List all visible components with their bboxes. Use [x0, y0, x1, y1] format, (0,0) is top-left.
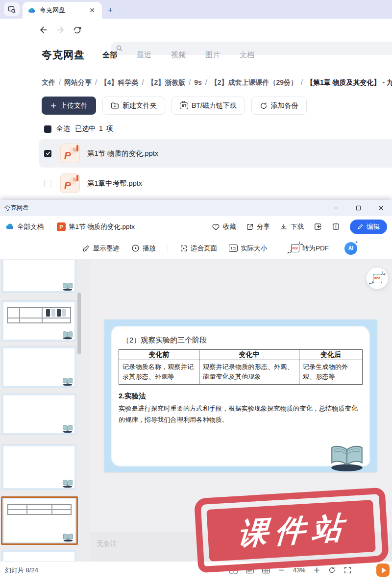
viewer-toolbar: 显示墨迹 播放 适合页面 1:1 实际大小 PDF 转为PDF AI	[0, 237, 392, 260]
bt-magnet-download-button[interactable]: BT BT/磁力链下载	[172, 97, 245, 115]
all-docs-link[interactable]: 全部文档	[17, 222, 44, 231]
show-ink-button[interactable]: 显示墨迹	[82, 244, 120, 253]
zoom-in-icon[interactable]	[314, 567, 320, 573]
slide-thumbnail[interactable]	[1, 260, 76, 293]
download-button[interactable]: 下载	[280, 222, 304, 231]
file-name[interactable]: 第1节 物质的变化.pptx	[87, 149, 158, 158]
slide-thumbnail-selected[interactable]	[1, 496, 78, 545]
tab-recent[interactable]: 最近	[137, 50, 151, 60]
favorite-button[interactable]: 收藏	[212, 222, 236, 231]
save-to-drive-button[interactable]	[314, 222, 322, 231]
file-row[interactable]: P 第1节 物质的变化.pptx	[39, 139, 392, 168]
file-name[interactable]: 第1章中考帮.pptx	[87, 179, 142, 188]
table-cell: 记录生成物的外观、形态等	[299, 360, 362, 385]
tab-image[interactable]: 图片	[205, 50, 220, 60]
slideshow-play-button[interactable]	[376, 564, 390, 577]
edit-button[interactable]: 编辑	[350, 220, 387, 234]
drive-nav-tabs: 全部 最近 视频 图片 文档	[102, 50, 254, 60]
slide-thumbnail[interactable]	[1, 393, 76, 435]
ai-assistant-button[interactable]: AI	[344, 242, 357, 255]
fullscreen-icon[interactable]	[344, 566, 351, 574]
drive-title: 夸克网盘	[42, 48, 85, 62]
maximize-button[interactable]	[347, 200, 369, 216]
download-icon	[280, 223, 288, 231]
plus-icon	[50, 102, 57, 109]
tab-doc[interactable]: 文档	[240, 50, 254, 60]
breadcrumb: 文件/网站分享/【4】科学类/【2】浙教版/9s/【2】成套上课课件（29份）/…	[42, 78, 392, 87]
slide-thumbnail[interactable]	[1, 346, 76, 388]
book-icon	[62, 282, 74, 291]
rotate-icon[interactable]	[328, 566, 336, 574]
slide-title: （2）观察实验的三个阶段	[122, 336, 363, 345]
slide-table: 变化前 变化中 变化后 记录物质名称，观察并记录其形态、外观等 观察并记录物质的…	[119, 349, 363, 385]
breadcrumb-item[interactable]: 网站分享	[64, 78, 92, 86]
slide-thumbnail[interactable]	[1, 550, 76, 561]
feedback-icon	[332, 222, 340, 231]
slide-subtitle: 2.实验法	[119, 392, 363, 401]
browser-tab[interactable]: 夸克网盘 ✕	[23, 2, 102, 19]
actual-size-button[interactable]: 1:1 实际大小	[229, 244, 267, 253]
file-checkbox[interactable]	[44, 180, 51, 187]
slide-thumbnail[interactable]	[1, 300, 76, 342]
new-folder-button[interactable]: 新建文件夹	[102, 97, 165, 115]
quark-logo-icon	[5, 222, 14, 231]
kejianzhan-stamp-watermark: 课件站	[194, 488, 389, 573]
ink-pen-icon	[82, 245, 90, 252]
new-tab-button[interactable]: +	[104, 4, 117, 17]
viewer-title-bar: 夸克网盘	[0, 200, 392, 216]
minimize-button[interactable]	[324, 200, 347, 216]
select-all-checkbox[interactable]	[44, 125, 51, 133]
ppt-file-icon: P	[60, 144, 80, 163]
refresh-icon[interactable]	[72, 24, 82, 35]
selection-bar: 全选 已选中 1 项	[44, 124, 113, 133]
share-icon	[246, 223, 254, 231]
file-actions-bar: 上传文件 新建文件夹 BT BT/磁力链下载 添加备份	[42, 97, 307, 115]
breadcrumb-item[interactable]: 【2】浙教版	[147, 78, 185, 86]
slide-thumbnail-sidebar	[0, 260, 91, 561]
browser-nav-bar	[0, 19, 392, 41]
pdf-convert-float-button[interactable]: PDF	[367, 268, 388, 289]
breadcrumb-item[interactable]: 9s	[194, 78, 202, 86]
book-icon	[62, 533, 74, 542]
upload-button[interactable]: 上传文件	[42, 97, 96, 115]
table-cell: 记录物质名称，观察并记录其形态、外观等	[119, 360, 199, 385]
tab-close-icon[interactable]: ✕	[87, 5, 97, 15]
workspace-search-icon[interactable]	[4, 2, 20, 16]
table-header: 变化中	[199, 350, 299, 360]
browser-tab-bar: 夸克网盘 ✕ +	[0, 0, 392, 19]
document-title: 第1节 物质的变化.pptx	[69, 222, 135, 231]
back-icon[interactable]	[38, 24, 49, 35]
forward-icon[interactable]	[55, 24, 66, 35]
select-all-label[interactable]: 全选	[56, 124, 70, 133]
slide-counter: 幻灯片 8/24	[5, 566, 38, 575]
file-checkbox[interactable]	[44, 150, 51, 157]
play-button[interactable]: 播放	[131, 244, 156, 253]
tab-all[interactable]: 全部	[102, 50, 117, 60]
pencil-icon	[357, 223, 364, 230]
heart-icon	[212, 223, 220, 231]
slide-paragraph: 实验是进行探究时重要的方式和手段，根据实验现象探究物质的变化，总结物质变化的规律…	[119, 403, 363, 425]
folder-plus-icon	[111, 102, 119, 109]
close-button[interactable]	[369, 200, 392, 216]
sidebar-scrollbar[interactable]	[77, 293, 81, 354]
zoom-level: 43%	[293, 567, 305, 574]
backup-sync-icon	[260, 102, 268, 110]
book-icon	[62, 377, 74, 386]
book-icon	[62, 330, 74, 340]
notes-placeholder: 无备注	[97, 539, 117, 547]
breadcrumb-item[interactable]: 文件	[42, 78, 55, 86]
table-header: 变化前	[119, 350, 199, 360]
tab-video[interactable]: 视频	[171, 50, 186, 60]
screen: 夸克网盘 ✕ + 夸克网盘 全部 最近 视频 图片 文档 文件/网站分享/【4】…	[0, 0, 392, 588]
convert-to-pdf-button[interactable]: PDF 转为PDF	[291, 244, 329, 253]
slide-thumbnail[interactable]	[1, 444, 76, 490]
selected-count: 已选中 1 项	[75, 124, 113, 133]
add-backup-button[interactable]: 添加备份	[251, 97, 307, 115]
ppt-file-icon: P	[60, 173, 80, 193]
breadcrumb-item[interactable]: 【4】科学类	[100, 78, 139, 86]
breadcrumb-item[interactable]: 【2】成套上课课件（29份）	[211, 78, 297, 86]
file-row[interactable]: P 第1章中考帮.pptx	[39, 169, 392, 197]
share-button[interactable]: 分享	[246, 222, 270, 231]
feedback-button[interactable]	[332, 222, 340, 231]
fit-page-button[interactable]: 适合页面	[180, 244, 217, 253]
